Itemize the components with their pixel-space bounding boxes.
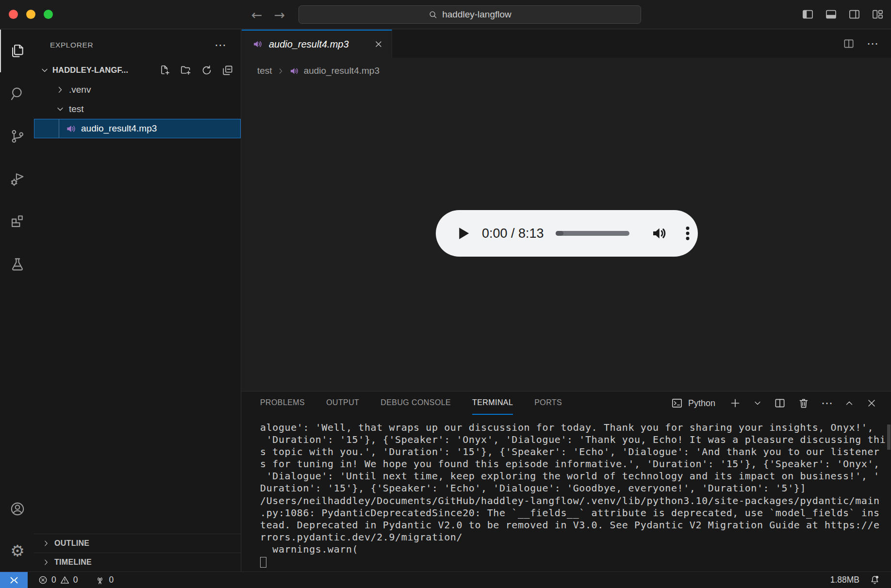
tree-item-label: .venv	[69, 84, 91, 95]
search-value: haddley-langflow	[442, 9, 512, 20]
layout-grid-icon	[871, 8, 884, 21]
editor-more-actions-button[interactable]: ⋯	[867, 38, 878, 49]
tree-item-label: audio_result4.mp3	[81, 123, 157, 134]
audio-player: 0:00 / 8:13	[436, 210, 698, 257]
terminal-shell-selector[interactable]: Python	[671, 397, 715, 409]
broadcast-status[interactable]: 0	[95, 575, 114, 586]
customize-layout-button[interactable]	[871, 8, 884, 21]
close-icon[interactable]	[373, 39, 384, 49]
account-icon	[9, 501, 26, 517]
broadcast-count: 0	[109, 575, 114, 585]
new-folder-button[interactable]	[179, 64, 192, 77]
split-terminal-button[interactable]	[774, 397, 786, 409]
close-panel-button[interactable]	[866, 397, 877, 409]
breadcrumb-file[interactable]: audio_result4.mp3	[304, 65, 380, 76]
tab-ports[interactable]: PORTS	[534, 392, 562, 415]
terminal-output: alogue': 'Well, that wraps up our discus…	[260, 422, 891, 555]
breadcrumb-folder[interactable]: test	[257, 65, 272, 76]
tree-item-label: test	[69, 104, 84, 114]
account-button[interactable]	[0, 488, 34, 530]
panel-more-actions-button[interactable]: ⋯	[821, 397, 833, 409]
timeline-label: TIMELINE	[54, 558, 92, 567]
chevron-right-icon	[42, 539, 50, 548]
breadcrumb: test audio_result4.mp3	[242, 58, 891, 84]
testing-flask-icon	[9, 256, 26, 273]
kill-terminal-trash-button[interactable]	[797, 397, 810, 409]
audio-progress-slider[interactable]	[556, 231, 629, 236]
panel-bottom-icon	[825, 8, 838, 21]
toggle-panel-button[interactable]	[825, 8, 838, 21]
titlebar: ← → haddley-langflow	[0, 0, 891, 29]
history-back-button[interactable]: ←	[248, 6, 265, 23]
sidebar-right-icon	[848, 8, 861, 21]
sidebar-left-icon	[801, 8, 814, 21]
error-count: 0	[51, 575, 56, 585]
problems-status[interactable]: 0 0	[38, 575, 78, 585]
chevron-down-icon	[55, 104, 65, 114]
warning-icon	[60, 575, 70, 585]
status-bar: 0 0 0 1.88MB	[0, 572, 891, 588]
timeline-section-header[interactable]: TIMELINE	[34, 553, 241, 572]
notifications-bell-icon[interactable]	[869, 574, 880, 586]
source-control-icon	[9, 128, 26, 145]
sidebar-item-source-control[interactable]	[0, 115, 34, 158]
project-name: HADDLEY-LANGF...	[52, 65, 128, 75]
maximize-panel-chevron-up-icon[interactable]	[844, 398, 855, 408]
project-section-header[interactable]: HADDLEY-LANGF...	[34, 60, 241, 80]
settings-button[interactable]: ⚙	[0, 530, 34, 572]
extensions-icon	[9, 213, 26, 230]
kebab-menu-button[interactable]	[682, 225, 693, 242]
tab-audio-result4[interactable]: audio_result4.mp3	[242, 30, 392, 58]
remote-indicator[interactable]	[0, 572, 28, 588]
terminal-scrollbar[interactable]	[887, 425, 891, 450]
play-button[interactable]	[457, 226, 470, 241]
window-zoom-button[interactable]	[44, 10, 53, 19]
explorer-more-actions-button[interactable]: ⋯	[214, 39, 226, 51]
run-debug-icon	[9, 171, 26, 187]
refresh-explorer-button[interactable]	[200, 64, 213, 77]
new-terminal-button[interactable]	[729, 397, 742, 409]
tab-debug-console[interactable]: DEBUG CONSOLE	[380, 392, 451, 415]
sidebar-item-search[interactable]	[0, 72, 34, 115]
new-file-button[interactable]	[158, 64, 171, 77]
split-editor-icon[interactable]	[842, 37, 855, 50]
chevron-right-icon	[55, 85, 65, 95]
outline-section-header[interactable]: OUTLINE	[34, 534, 241, 553]
tree-item-audio-file[interactable]: audio_result4.mp3	[34, 119, 241, 138]
terminal-dropdown-chevron-icon[interactable]	[753, 398, 762, 408]
remote-icon	[8, 574, 20, 586]
chevron-down-icon	[40, 65, 50, 75]
collapse-all-icon	[221, 64, 234, 77]
tab-terminal[interactable]: TERMINAL	[472, 392, 513, 415]
collapse-folders-button[interactable]	[221, 64, 234, 77]
window-minimize-button[interactable]	[26, 10, 35, 19]
gear-icon: ⚙	[10, 543, 25, 559]
audio-file-icon	[252, 39, 263, 49]
tree-item-test[interactable]: test	[34, 99, 241, 119]
vscode-window: ← → haddley-langflow	[0, 0, 891, 588]
sidebar-item-explorer[interactable]	[0, 30, 34, 72]
bottom-panel: PROBLEMS OUTPUT DEBUG CONSOLE TERMINAL P…	[242, 391, 891, 572]
command-center-search[interactable]: haddley-langflow	[298, 5, 641, 24]
sidebar-item-extensions[interactable]	[0, 200, 34, 243]
tab-output[interactable]: OUTPUT	[326, 392, 359, 415]
explorer-sidebar: EXPLORER ⋯ HADDLEY-LANGF...	[34, 30, 241, 572]
terminal-view[interactable]: alogue': 'Well, that wraps up our discus…	[242, 415, 891, 572]
sidebar-item-testing[interactable]	[0, 243, 34, 286]
chevron-right-icon	[42, 558, 50, 567]
volume-button[interactable]	[650, 225, 668, 242]
sidebar-title: EXPLORER	[50, 41, 93, 49]
toggle-primary-sidebar-button[interactable]	[801, 8, 814, 21]
refresh-icon	[200, 64, 213, 77]
new-folder-icon	[180, 64, 192, 77]
memory-usage[interactable]: 1.88MB	[830, 575, 859, 585]
panel-header: PROBLEMS OUTPUT DEBUG CONSOLE TERMINAL P…	[242, 392, 891, 415]
toggle-secondary-sidebar-button[interactable]	[848, 8, 861, 21]
sidebar-item-run-and-debug[interactable]	[0, 158, 34, 200]
outline-label: OUTLINE	[54, 539, 89, 548]
history-forward-button[interactable]: →	[271, 6, 288, 23]
window-close-button[interactable]	[9, 10, 18, 19]
tab-problems[interactable]: PROBLEMS	[260, 392, 305, 415]
terminal-icon	[671, 397, 683, 409]
tree-item-venv[interactable]: .venv	[34, 80, 241, 99]
